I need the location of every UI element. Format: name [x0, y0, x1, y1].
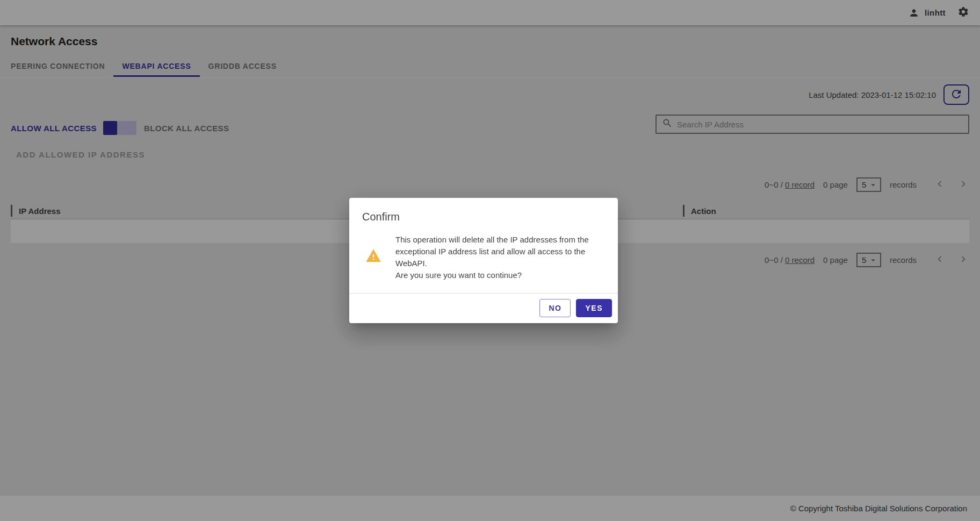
dialog-message: This operation will delete all the IP ad…	[395, 234, 589, 282]
dialog-actions: NO YES	[349, 293, 618, 323]
dialog-message-text: This operation will delete all the IP ad…	[395, 234, 589, 270]
dialog-title: Confirm	[349, 198, 618, 231]
dialog-question-text: Are you sure you want to continue?	[395, 269, 589, 281]
warning-icon	[365, 248, 381, 282]
yes-button[interactable]: YES	[576, 299, 612, 317]
confirm-dialog: Confirm This operation will delete all t…	[349, 198, 618, 324]
no-button[interactable]: NO	[539, 299, 571, 317]
